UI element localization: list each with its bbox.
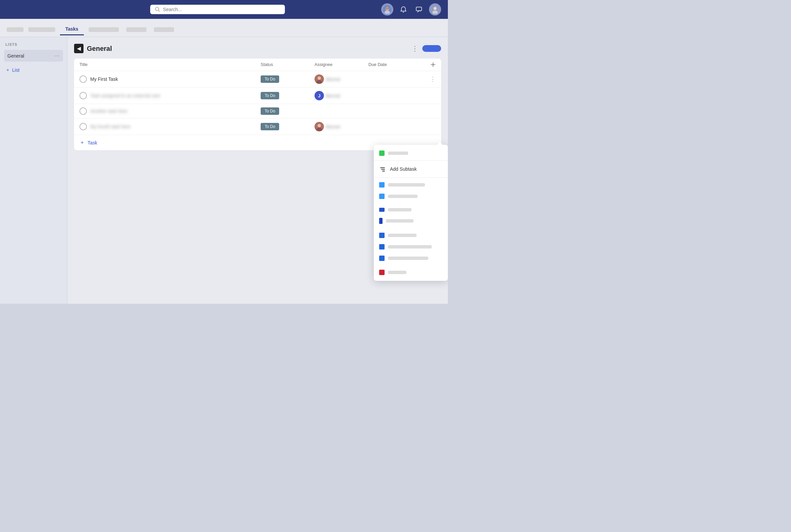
add-subtask-button[interactable]: Add Subtask xyxy=(374,162,448,176)
col-due-date: Due Date xyxy=(369,62,422,67)
menu-spacer-3 xyxy=(374,264,448,267)
add-list-label: List xyxy=(12,67,20,73)
col-add[interactable] xyxy=(422,62,436,67)
profile-avatar[interactable] xyxy=(429,3,441,16)
menu-label-3 xyxy=(388,208,412,211)
status-badge-1: To Do xyxy=(261,75,279,83)
top-nav xyxy=(0,0,448,19)
sidebar-item-general[interactable]: General ⋯ xyxy=(4,50,63,62)
avatar-illustration xyxy=(383,5,392,14)
menu-dot-3 xyxy=(379,208,384,212)
search-input[interactable] xyxy=(163,7,280,12)
svg-rect-21 xyxy=(381,169,385,170)
svg-rect-8 xyxy=(416,7,421,11)
table-row: My First Task To Do Blurred xyxy=(74,71,441,88)
tab-placeholder-2[interactable] xyxy=(25,24,58,35)
tab-placeholder-5[interactable] xyxy=(151,24,177,35)
menu-dot-red xyxy=(379,270,384,275)
tab-placeholder-4[interactable] xyxy=(124,24,149,35)
add-task-button[interactable] xyxy=(422,45,441,52)
assignee-avatar-4 xyxy=(315,122,324,131)
task-row-dots-1[interactable]: ⋮ xyxy=(422,75,436,83)
header-actions: ⋮ xyxy=(412,44,441,53)
notification-icon[interactable] xyxy=(398,4,409,15)
menu-item-6[interactable] xyxy=(374,241,448,252)
task-name-2: Task assigned to an external user xyxy=(90,93,161,98)
task-checkbox-2[interactable] xyxy=(79,92,87,99)
menu-item-7[interactable] xyxy=(374,252,448,264)
add-subtask-label: Add Subtask xyxy=(390,166,417,172)
menu-label-4 xyxy=(386,219,414,223)
status-badge-4: To Do xyxy=(261,123,279,130)
task-checkbox-1[interactable] xyxy=(79,75,87,83)
dropdown-arrow xyxy=(437,141,442,145)
menu-divider-1 xyxy=(374,160,448,160)
content-title: ◀ General xyxy=(74,44,112,53)
menu-label-5 xyxy=(388,234,417,237)
nav-icons xyxy=(381,3,441,16)
task-table: Title Status Assignee Due Date My First … xyxy=(74,59,441,150)
menu-dot-5 xyxy=(379,233,384,238)
task-status-1[interactable]: To Do xyxy=(261,75,315,83)
task-assignee-2[interactable]: J Blurred xyxy=(315,91,369,100)
task-title-cell: Task assigned to an external user xyxy=(79,92,261,99)
menu-label-8 xyxy=(388,271,407,274)
assignee-avatar-2: J xyxy=(315,91,324,100)
menu-label-1 xyxy=(388,183,425,187)
col-title: Title xyxy=(79,62,261,67)
subtask-icon xyxy=(379,165,387,173)
plus-icon: ＋ xyxy=(5,67,10,73)
tab-placeholder-1[interactable] xyxy=(7,24,23,35)
menu-item-5[interactable] xyxy=(374,230,448,241)
task-status-3[interactable]: To Do xyxy=(261,108,315,115)
tab-tasks[interactable]: Tasks xyxy=(60,23,84,35)
add-task-label: Task xyxy=(88,140,97,146)
task-checkbox-4[interactable] xyxy=(79,123,87,130)
assignee-avatar-1 xyxy=(315,74,324,84)
chat-icon[interactable] xyxy=(414,4,424,15)
add-task-plus-icon: ＋ xyxy=(79,139,85,146)
sidebar: LISTS General ⋯ ＋ List xyxy=(0,37,67,304)
menu-divider-2 xyxy=(374,177,448,178)
task-name-3: Another task here xyxy=(90,109,128,114)
tab-placeholder-3[interactable] xyxy=(86,24,121,35)
task-status-2[interactable]: To Do xyxy=(261,92,315,99)
add-list-button[interactable]: ＋ List xyxy=(4,64,63,76)
menu-item-1[interactable] xyxy=(374,179,448,191)
main-layout: LISTS General ⋯ ＋ List ◀ General ⋮ Title xyxy=(0,37,448,304)
table-row: Task assigned to an external user To Do … xyxy=(74,88,441,104)
status-badge-3: To Do xyxy=(261,108,279,115)
menu-item-3[interactable] xyxy=(374,205,448,215)
list-title: General xyxy=(87,45,112,53)
table-row: Another task here To Do xyxy=(74,104,441,118)
svg-point-7 xyxy=(388,8,389,9)
menu-item-2[interactable] xyxy=(374,191,448,202)
task-checkbox-3[interactable] xyxy=(79,108,87,115)
search-bar[interactable] xyxy=(150,5,285,14)
back-icon[interactable]: ◀ xyxy=(74,44,83,53)
content: ◀ General ⋮ Title Status Assignee Due Da… xyxy=(67,37,448,304)
task-assignee-1[interactable]: Blurred xyxy=(315,74,369,84)
table-header: Title Status Assignee Due Date xyxy=(74,59,441,71)
menu-spacer xyxy=(374,202,448,205)
task-title-cell: Another task here xyxy=(79,108,261,115)
status-badge-2: To Do xyxy=(261,92,279,99)
sidebar-item-dots-icon[interactable]: ⋯ xyxy=(54,53,60,59)
task-name-1: My First Task xyxy=(90,76,118,82)
content-header: ◀ General ⋮ xyxy=(74,44,441,53)
sub-header: Tasks xyxy=(0,19,448,37)
task-assignee-4[interactable]: Blurred xyxy=(315,122,369,131)
menu-item-4[interactable] xyxy=(374,215,448,227)
menu-label-6 xyxy=(388,245,432,248)
menu-label-open xyxy=(388,152,408,155)
assignee-name-1: Blurred xyxy=(326,77,340,82)
menu-item-8[interactable] xyxy=(374,267,448,278)
svg-line-1 xyxy=(158,11,160,12)
task-title-cell: My First Task xyxy=(79,75,261,83)
menu-item-open[interactable] xyxy=(374,148,448,159)
menu-dot-7 xyxy=(379,255,384,261)
task-status-4[interactable]: To Do xyxy=(261,123,315,130)
add-column-icon xyxy=(430,62,436,67)
more-options-icon[interactable]: ⋮ xyxy=(412,44,418,53)
user-avatar-nav[interactable] xyxy=(381,3,393,16)
